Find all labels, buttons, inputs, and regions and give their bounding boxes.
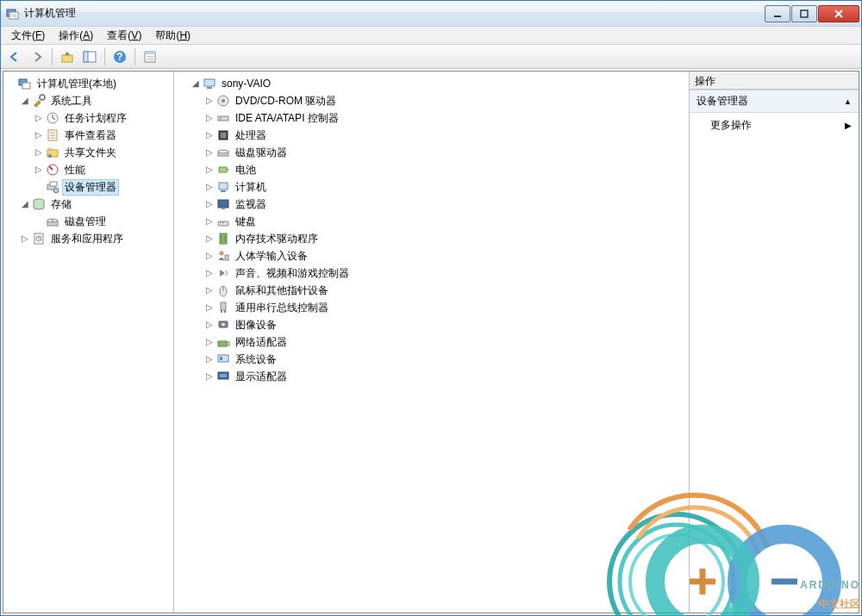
tree-label: 计算机 — [233, 179, 269, 196]
tree-storage[interactable]: ◢ 存储 — [5, 196, 173, 213]
device-category[interactable]: ▷人体学输入设备 — [176, 247, 689, 264]
tree-label: 内存技术驱动程序 — [233, 231, 321, 247]
expand-icon[interactable]: ▷ — [203, 200, 216, 208]
properties-button[interactable] — [140, 47, 160, 67]
center-pane: ◢ sony-VAIO ▷DVD/CD-ROM 驱动器▷IDE ATA/ATAP… — [174, 72, 690, 613]
svg-rect-66 — [220, 357, 222, 360]
svg-rect-46 — [219, 183, 228, 190]
svg-point-62 — [222, 323, 225, 327]
tree-root-computer-management[interactable]: ▷ 计算机管理(本地) — [5, 75, 173, 92]
svg-rect-35 — [207, 87, 212, 89]
device-category[interactable]: ▷处理器 — [176, 127, 689, 144]
close-button[interactable] — [818, 5, 859, 22]
device-category[interactable]: ▷系统设备 — [176, 351, 689, 368]
device-category[interactable]: ▷网络适配器 — [176, 333, 689, 351]
tree-performance[interactable]: ▷ 性能 — [5, 161, 173, 178]
forward-button[interactable] — [27, 47, 47, 67]
expand-icon[interactable]: ▷ — [203, 252, 216, 260]
expand-icon[interactable]: ▷ — [203, 148, 216, 157]
svg-rect-64 — [227, 342, 229, 345]
expand-icon[interactable]: ▷ — [203, 217, 216, 226]
svg-rect-11 — [145, 52, 155, 54]
expand-icon[interactable]: ▷ — [203, 355, 216, 364]
actions-section-title[interactable]: 设备管理器 ▲ — [690, 90, 859, 113]
svg-rect-47 — [221, 190, 226, 192]
tree-task-scheduler[interactable]: ▷ 任务计划程序 — [5, 109, 173, 127]
tree-system-tools[interactable]: ◢ 系统工具 — [5, 92, 173, 109]
expand-icon[interactable]: ▷ — [19, 234, 31, 243]
collapse-icon[interactable]: ◢ — [19, 200, 31, 208]
svg-rect-44 — [219, 167, 227, 172]
device-category[interactable]: ▷声音、视频和游戏控制器 — [176, 264, 689, 282]
device-category[interactable]: ▷键盘 — [176, 213, 689, 230]
tree-label: 计算机管理(本地) — [34, 76, 119, 92]
menu-action[interactable]: 操作(A) — [52, 27, 100, 45]
actions-more[interactable]: 更多操作 ▶ — [690, 113, 859, 138]
svg-rect-60 — [221, 302, 226, 310]
svg-rect-50 — [218, 221, 228, 226]
svg-rect-38 — [218, 116, 228, 121]
tree-label: 性能 — [62, 162, 88, 178]
device-category[interactable]: ▷显示适配器 — [176, 368, 689, 385]
svg-rect-15 — [22, 83, 30, 89]
tree-label: 存储 — [48, 196, 74, 213]
tree-label: 监视器 — [233, 196, 269, 213]
device-category[interactable]: ▷通用串行总线控制器 — [176, 299, 689, 316]
tree-shared-folders[interactable]: ▷ 共享文件夹 — [5, 144, 173, 161]
tree-label: 显示适配器 — [233, 369, 290, 385]
expand-icon[interactable]: ▷ — [203, 96, 216, 105]
expand-icon[interactable]: ▷ — [203, 165, 216, 174]
expand-icon[interactable]: ▷ — [203, 131, 216, 140]
toolbar-separator — [134, 48, 135, 65]
storage-icon — [32, 197, 46, 211]
expand-icon[interactable]: ▷ — [33, 148, 45, 157]
window-buttons — [765, 5, 859, 22]
expand-icon[interactable]: ▷ — [203, 269, 216, 277]
expand-icon[interactable]: ▷ — [203, 372, 216, 381]
expand-icon[interactable]: ▷ — [203, 183, 216, 191]
device-category[interactable]: ▷DVD/CD-ROM 驱动器 — [176, 92, 689, 109]
help-button[interactable]: ? — [109, 47, 130, 67]
device-category[interactable]: ▷鼠标和其他指针设备 — [176, 282, 689, 299]
clock-icon — [46, 111, 59, 125]
device-category-icon — [216, 146, 230, 159]
tree-label: 磁盘驱动器 — [233, 145, 290, 161]
menu-help[interactable]: 帮助(H) — [148, 27, 197, 45]
expand-icon[interactable]: ▷ — [203, 320, 216, 329]
device-category[interactable]: ▷图像设备 — [176, 316, 689, 333]
expand-icon[interactable]: ▷ — [203, 286, 216, 295]
up-level-button[interactable] — [57, 47, 78, 67]
back-button[interactable] — [4, 47, 25, 67]
svg-rect-45 — [227, 169, 228, 171]
device-root[interactable]: ◢ sony-VAIO — [176, 75, 689, 92]
collapse-icon[interactable]: ◢ — [19, 96, 31, 105]
device-category[interactable]: ▷磁盘驱动器 — [176, 144, 689, 161]
tree-label: 磁盘管理 — [62, 214, 109, 230]
expand-icon[interactable]: ▷ — [33, 131, 45, 140]
menu-file[interactable]: 文件(F) — [4, 27, 52, 45]
collapse-icon[interactable]: ◢ — [190, 79, 202, 88]
device-category[interactable]: ▷电池 — [176, 161, 689, 178]
expand-icon[interactable]: ▷ — [203, 303, 216, 312]
tree-disk-management[interactable]: ▷ 磁盘管理 — [5, 213, 173, 230]
tree-device-manager[interactable]: ▷ 设备管理器 — [5, 178, 173, 196]
actions-pane: 操作 设备管理器 ▲ 更多操作 ▶ — [690, 72, 859, 613]
device-category[interactable]: ▷内存技术驱动程序 — [176, 230, 689, 247]
expand-icon[interactable]: ▷ — [33, 165, 45, 174]
actions-section-label: 设备管理器 — [696, 94, 748, 109]
maximize-button[interactable] — [791, 5, 817, 22]
device-category[interactable]: ▷IDE ATA/ATAPI 控制器 — [176, 109, 689, 127]
minimize-button[interactable] — [765, 5, 790, 22]
expand-icon[interactable]: ▷ — [203, 338, 216, 346]
device-category[interactable]: ▷监视器 — [176, 196, 689, 213]
show-hide-tree-button[interactable] — [79, 47, 100, 67]
expand-icon[interactable]: ▷ — [203, 234, 216, 243]
tree-event-viewer[interactable]: ▷ 事件查看器 — [5, 127, 173, 144]
tree-services-apps[interactable]: ▷ 服务和应用程序 — [5, 230, 173, 247]
tree-label: 任务计划程序 — [62, 110, 129, 127]
device-category-icon — [216, 232, 230, 246]
expand-icon[interactable]: ▷ — [33, 114, 45, 122]
expand-icon[interactable]: ▷ — [203, 114, 216, 122]
menu-view[interactable]: 查看(V) — [100, 27, 148, 45]
device-category[interactable]: ▷计算机 — [176, 178, 689, 196]
